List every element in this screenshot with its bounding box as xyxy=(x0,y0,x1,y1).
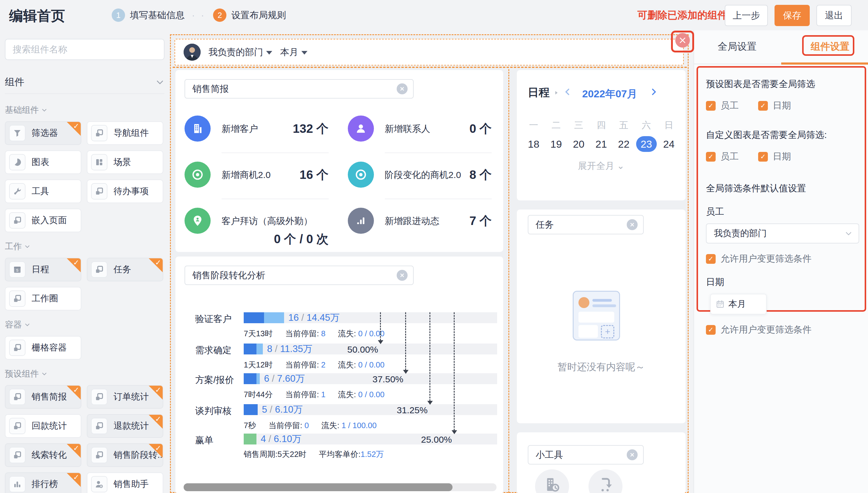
metric-label: 阶段变化的商机2.0 xyxy=(385,169,461,181)
checkbox-label: 员工 xyxy=(721,150,739,163)
month-selector[interactable]: 2022年07月 xyxy=(580,87,640,101)
funnel-stage-detail: 1天12时 当前停留: 2 流失: 0 / 0.00 xyxy=(244,360,385,370)
date-default-value: 本月 xyxy=(728,298,746,310)
component-item-sales-brief[interactable]: 销售简报 xyxy=(5,385,81,409)
clear-icon[interactable] xyxy=(627,219,638,230)
employee-default-select[interactable]: 我负责的部门 xyxy=(706,223,859,243)
save-button[interactable]: 保存 xyxy=(774,5,810,26)
section-container[interactable]: 容器 xyxy=(5,319,164,330)
metric-stage-changed-opportunities[interactable]: 阶段变化的商机2.0 8 个 xyxy=(348,153,494,199)
bar-segment-green xyxy=(244,433,257,445)
checkbox-date[interactable] xyxy=(758,101,768,111)
component-item-embed-page[interactable]: 嵌入页面 xyxy=(5,209,81,232)
prev-month-icon[interactable] xyxy=(563,86,572,97)
metric-customer-visits[interactable]: 客户拜访（高级外勤） 0 个 / 0 次 xyxy=(184,199,331,257)
component-item-order-stats[interactable]: 订单统计 xyxy=(87,385,163,409)
component-item-task[interactable]: 任务 xyxy=(87,258,163,281)
preset-filter-question: 预设图表是否需要全局筛选 xyxy=(706,78,857,90)
department-filter[interactable]: 我负责的部门 xyxy=(208,46,272,59)
component-item-schedule[interactable]: 5 日程 xyxy=(5,258,81,281)
calendar-day[interactable]: 21 xyxy=(590,136,612,152)
component-item-filter[interactable]: 筛选器 xyxy=(5,121,81,145)
component-sidebar: 组件 基础组件 筛选器 导航组件 图表 场景 xyxy=(0,30,169,493)
checkbox-allow-change[interactable] xyxy=(706,325,715,335)
clear-icon[interactable] xyxy=(397,270,408,281)
component-icon xyxy=(91,389,107,405)
conversion-rate: 31.25% xyxy=(388,405,428,415)
calendar-day[interactable]: 20 xyxy=(567,136,590,152)
filter-icon xyxy=(9,125,25,141)
calendar-day-selected[interactable]: 23 xyxy=(635,136,658,152)
chevron-down-icon xyxy=(845,230,852,237)
widget-org-tool[interactable] xyxy=(535,469,569,493)
calendar-day[interactable]: 18 xyxy=(522,136,545,152)
component-item-chart[interactable]: 图表 xyxy=(5,150,81,174)
sales-brief-title-input[interactable]: 销售简报 xyxy=(184,79,414,99)
funnel-stage-detail: 销售周期:5天22时 平均客单价:1.52万 xyxy=(244,449,384,460)
tab-global-settings[interactable]: 全局设置 xyxy=(718,40,756,53)
component-item-ranking[interactable]: 排行榜 xyxy=(5,472,81,493)
component-item-navigation[interactable]: 导航组件 xyxy=(87,121,163,145)
section-work[interactable]: 工作 xyxy=(5,241,164,252)
search-input[interactable] xyxy=(5,39,164,60)
component-item-scene[interactable]: 场景 xyxy=(87,150,163,174)
expand-month-button[interactable]: 展开全月 ⌄ xyxy=(517,160,686,172)
section-basic-components[interactable]: 基础组件 xyxy=(5,104,164,116)
funnel-bar[interactable]: 4 / 6.10万 xyxy=(244,433,497,445)
exit-button[interactable]: 退出 xyxy=(816,5,852,26)
component-item-lead-conversion[interactable]: 线索转化 xyxy=(5,443,81,467)
funnel-stage-label: 需求确定 xyxy=(195,344,242,357)
widget-title-input[interactable]: 小工具 xyxy=(528,445,644,465)
bar-chart-icon xyxy=(9,476,25,492)
horizontal-scrollbar[interactable] xyxy=(184,483,497,491)
funnel-bar[interactable]: 16 / 14.45万 xyxy=(244,312,497,323)
metric-new-followups[interactable]: 新增跟进动态 7 个 xyxy=(348,199,494,245)
next-month-icon[interactable] xyxy=(649,86,658,97)
conversion-rate: 25.00% xyxy=(412,434,452,445)
calendar-day[interactable]: 19 xyxy=(545,136,567,152)
bar-segment-dark xyxy=(244,312,264,323)
step-1-circle: 1 xyxy=(112,8,125,22)
checkbox-date[interactable] xyxy=(758,152,768,162)
scrollbar-thumb[interactable] xyxy=(184,483,452,491)
component-item-sales-stage[interactable]: 销售阶段转... xyxy=(87,443,163,467)
component-item-refund-stats[interactable]: 退款统计 xyxy=(87,414,163,438)
checkbox-employee[interactable] xyxy=(706,152,715,162)
components-header[interactable]: 组件 xyxy=(5,71,164,94)
layout-icon xyxy=(91,154,107,170)
component-item-grid-container[interactable]: 栅格容器 xyxy=(5,336,81,360)
funnel-title-input[interactable]: 销售阶段转化分析 xyxy=(184,265,414,285)
component-item-sales-assistant[interactable]: 销售助手 xyxy=(87,472,163,493)
checkbox-employee[interactable] xyxy=(706,101,715,111)
component-item-todo[interactable]: 待办事项 xyxy=(87,179,163,203)
calendar-day[interactable]: 24 xyxy=(658,136,680,152)
date-default-input[interactable]: 本月 xyxy=(710,294,767,315)
container-grid: 栅格容器 xyxy=(5,336,164,360)
clear-icon[interactable] xyxy=(627,449,638,460)
avatar xyxy=(184,44,201,61)
checkbox-allow-change[interactable] xyxy=(706,254,715,264)
prev-step-button[interactable]: 上一步 xyxy=(725,5,768,26)
funnel-bar[interactable]: 5 / 6.10万 xyxy=(244,404,497,415)
period-filter[interactable]: 本月 xyxy=(280,46,307,59)
component-item-payment-stats[interactable]: 回款统计 xyxy=(5,414,81,438)
widget-panel: 小工具 xyxy=(517,432,686,493)
section-preset-components[interactable]: 预设组件 xyxy=(5,368,164,380)
schedule-panel: 日程 2022年07月 一二三四五六日 18 19 20 21 22 23 24… xyxy=(517,70,686,200)
schedule-title-row[interactable]: 日程 xyxy=(528,85,559,100)
section-title: 预设组件 xyxy=(5,368,39,380)
metric-new-customers[interactable]: 新增客户 132 个 xyxy=(184,107,331,153)
component-icon xyxy=(9,389,25,405)
calendar-day[interactable]: 22 xyxy=(612,136,635,152)
metric-label: 客户拜访（高级外勤） xyxy=(222,215,312,228)
metric-new-opportunities[interactable]: 新增商机2.0 16 个 xyxy=(184,153,331,199)
global-filter-bar[interactable]: 我负责的部门 本月 xyxy=(175,39,684,65)
remove-filter-bar-button[interactable] xyxy=(675,33,690,48)
task-title-input[interactable]: 任务 xyxy=(528,215,644,234)
defaults-section-title: 全局筛选条件默认值设置 xyxy=(706,182,857,195)
widget-import-tool[interactable] xyxy=(588,469,623,493)
metric-new-contacts[interactable]: 新增联系人 0 个 xyxy=(348,107,494,153)
component-item-tool[interactable]: 工具 xyxy=(5,179,81,203)
clear-icon[interactable] xyxy=(397,83,408,94)
component-item-work-circle[interactable]: 工作圈 xyxy=(5,287,81,310)
